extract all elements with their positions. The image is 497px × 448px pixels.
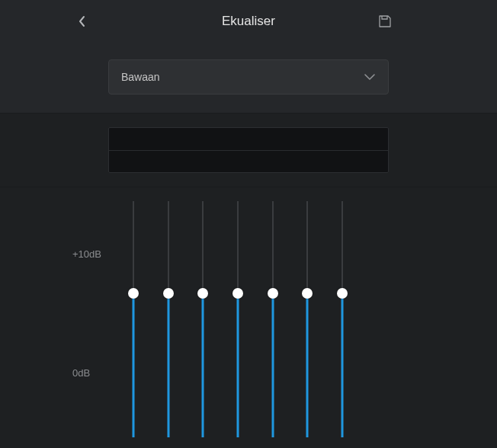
- page-title: Ekualiser: [222, 14, 275, 29]
- slider-thumb[interactable]: [302, 288, 313, 299]
- slider-fill: [306, 293, 309, 437]
- eq-band-slider[interactable]: [301, 201, 313, 437]
- db-label-plus10: +10dB: [72, 248, 101, 260]
- slider-fill: [236, 293, 239, 437]
- eq-curve-section: [0, 114, 497, 187]
- eq-band-slider[interactable]: [197, 201, 209, 437]
- slider-fill: [341, 293, 343, 437]
- save-preset-button[interactable]: [376, 12, 394, 30]
- eq-band-slider[interactable]: [336, 201, 348, 437]
- eq-curve-display: [108, 127, 389, 173]
- slider-fill: [167, 293, 169, 437]
- preset-dropdown[interactable]: Bawaan: [108, 59, 389, 94]
- eq-sliders-section: +10dB 0dB: [0, 187, 497, 446]
- eq-band-slider[interactable]: [267, 201, 279, 437]
- eq-sliders: [127, 201, 348, 437]
- back-button[interactable]: [72, 12, 91, 30]
- slider-fill: [202, 293, 204, 437]
- slider-thumb[interactable]: [268, 288, 278, 299]
- chevron-down-icon: [364, 73, 376, 81]
- preset-selected-label: Bawaan: [121, 71, 160, 83]
- chevron-left-icon: [77, 14, 86, 28]
- eq-band-slider[interactable]: [127, 201, 139, 437]
- slider-thumb[interactable]: [337, 288, 348, 299]
- slider-fill: [133, 293, 135, 437]
- preset-section: Bawaan: [0, 43, 497, 114]
- slider-thumb[interactable]: [197, 288, 208, 299]
- save-icon: [377, 13, 393, 30]
- slider-thumb[interactable]: [163, 288, 174, 299]
- db-label-zero: 0dB: [72, 367, 90, 379]
- eq-band-slider[interactable]: [232, 201, 244, 437]
- slider-thumb[interactable]: [232, 288, 243, 299]
- eq-band-slider[interactable]: [162, 201, 175, 437]
- header: Ekualiser: [0, 0, 497, 43]
- slider-thumb[interactable]: [128, 288, 139, 299]
- slider-fill: [271, 293, 274, 437]
- eq-curve-line: [109, 150, 388, 151]
